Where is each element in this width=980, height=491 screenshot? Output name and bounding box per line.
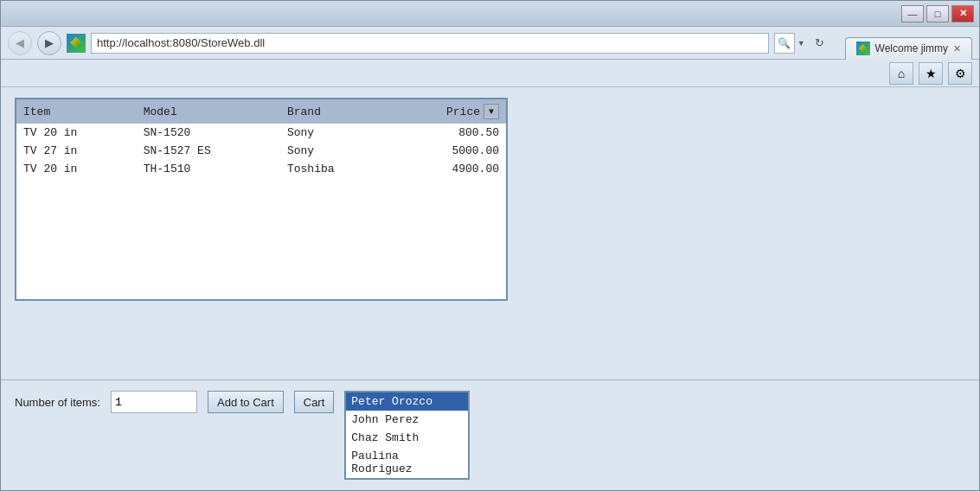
- cell-item: TV 27 in: [16, 142, 137, 160]
- maximize-button[interactable]: □: [926, 5, 949, 22]
- favorites-button[interactable]: ★: [919, 62, 943, 85]
- favicon: [67, 34, 86, 53]
- cell-model: TH-1510: [137, 160, 280, 178]
- settings-icon: ⚙: [955, 67, 966, 80]
- customer-item-john[interactable]: John Perez: [346, 411, 468, 429]
- product-table: Item Model Brand Price ▼ TV 20 in: [16, 99, 506, 299]
- tab-favicon: [856, 41, 870, 55]
- home-icon: ⌂: [898, 67, 905, 80]
- col-header-item: Item: [16, 99, 137, 124]
- product-table-container: Item Model Brand Price ▼ TV 20 in: [15, 98, 508, 301]
- url-bar[interactable]: http://localhost:8080/StoreWeb.dll: [91, 33, 769, 54]
- tab-close-button[interactable]: ✕: [953, 43, 961, 54]
- table-empty-area: [16, 178, 506, 299]
- forward-button[interactable]: ▶: [37, 31, 61, 55]
- back-icon: ◀: [16, 36, 24, 49]
- cell-item: TV 20 in: [16, 160, 137, 178]
- bottom-area: Number of items: Add to Cart Cart Peter …: [1, 379, 979, 490]
- cell-price: 800.50: [388, 124, 506, 142]
- favorites-icon: ★: [926, 67, 937, 80]
- title-bar: — □ ✕: [1, 1, 979, 27]
- cell-model: SN-1527 ES: [137, 142, 280, 160]
- close-button[interactable]: ✕: [951, 5, 974, 22]
- dropdown-icon: ▼: [797, 39, 805, 48]
- price-sort-button[interactable]: ▼: [484, 104, 499, 119]
- browser-tab[interactable]: Welcome jimmy ✕: [845, 37, 972, 60]
- col-header-brand: Brand: [280, 99, 388, 124]
- search-area: 🔍 ▼: [774, 33, 805, 54]
- back-button[interactable]: ◀: [8, 31, 32, 55]
- cell-brand: Sony: [280, 142, 388, 160]
- cell-price: 5000.00: [388, 142, 506, 160]
- forward-icon: ▶: [45, 36, 54, 49]
- window-controls: — □ ✕: [901, 5, 974, 22]
- cell-brand: Toshiba: [280, 160, 388, 178]
- table-row[interactable]: TV 20 in SN-1520 Sony 800.50: [16, 124, 506, 142]
- refresh-button[interactable]: ↻: [810, 34, 829, 53]
- num-items-input[interactable]: [111, 391, 197, 413]
- customer-item-paulina[interactable]: Paulina Rodriguez: [346, 447, 468, 478]
- col-header-price: Price ▼: [388, 99, 506, 124]
- home-button[interactable]: ⌂: [889, 62, 913, 85]
- url-text: http://localhost:8080/StoreWeb.dll: [97, 36, 265, 49]
- favicon-diamond: [70, 37, 82, 49]
- tab-label: Welcome jimmy: [875, 42, 948, 54]
- table-row[interactable]: TV 20 in TH-1510 Toshiba 4900.00: [16, 160, 506, 178]
- browser-toolbar: ⌂ ★ ⚙: [1, 60, 979, 87]
- cell-model: SN-1520: [137, 124, 280, 142]
- col-header-model: Model: [137, 99, 280, 124]
- customer-item-peter[interactable]: Peter Orozco: [346, 392, 468, 411]
- settings-button[interactable]: ⚙: [948, 62, 972, 85]
- customer-item-chaz[interactable]: Chaz Smith: [346, 429, 468, 447]
- customer-list: Peter Orozco John Perez Chaz Smith Pauli…: [344, 391, 470, 480]
- table-header-row: Item Model Brand Price ▼: [16, 99, 506, 124]
- price-label: Price: [446, 105, 480, 118]
- minimize-button[interactable]: —: [901, 5, 924, 22]
- browser-window: — □ ✕ ◀ ▶ http://localhost:8080/StoreWeb…: [0, 0, 980, 491]
- table-row[interactable]: TV 27 in SN-1527 ES Sony 5000.00: [16, 142, 506, 160]
- cart-button[interactable]: Cart: [294, 391, 335, 413]
- cell-price: 4900.00: [388, 160, 506, 178]
- tab-favicon-diamond: [859, 44, 868, 53]
- cell-brand: Sony: [280, 124, 388, 142]
- search-icon[interactable]: 🔍: [774, 33, 795, 54]
- content-area: Item Model Brand Price ▼ TV 20 in: [1, 87, 979, 379]
- address-bar: ◀ ▶ http://localhost:8080/StoreWeb.dll 🔍…: [1, 27, 979, 60]
- refresh-icon: ↻: [815, 36, 824, 49]
- cell-item: TV 20 in: [16, 124, 137, 142]
- num-items-label: Number of items:: [15, 391, 100, 409]
- add-to-cart-button[interactable]: Add to Cart: [208, 391, 284, 413]
